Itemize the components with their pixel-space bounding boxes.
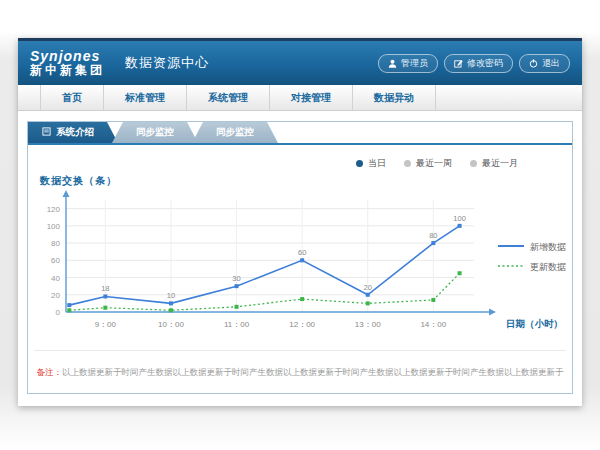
logout-label: 退出	[542, 57, 560, 70]
filter-label: 当日	[368, 157, 386, 170]
main-panel: 系统介绍 同步监控 同步监控 当日 最近一周	[27, 121, 573, 394]
svg-text:120: 120	[47, 205, 61, 214]
svg-text:80: 80	[51, 239, 60, 248]
change-password-label: 修改密码	[467, 57, 503, 70]
chart-y-axis-title: 数据交换（条）	[40, 174, 570, 188]
tab-sync-monitor-2[interactable]: 同步监控	[192, 122, 278, 143]
tab-bar: 系统介绍 同步监控 同步监控	[28, 122, 572, 145]
svg-text:14：00: 14：00	[420, 320, 446, 329]
tab-label: 同步监控	[216, 126, 254, 139]
power-icon	[529, 59, 538, 68]
tab-label: 同步监控	[136, 126, 174, 139]
time-range-filter: 当日 最近一周 最近一月	[30, 151, 570, 172]
current-user-button[interactable]: 管理员	[378, 54, 438, 73]
filter-today[interactable]: 当日	[356, 157, 386, 170]
document-icon	[42, 127, 51, 138]
svg-text:12：00: 12：00	[289, 320, 315, 329]
nav-item-data-change[interactable]: 数据异动	[353, 85, 436, 110]
main-nav: 首页 标准管理 系统管理 对接管理 数据异动	[18, 85, 582, 111]
app-window: Synjones 新中新集团 数据资源中心 管理员 修改密码 退出	[18, 38, 582, 406]
logo-text-en: Synjones	[30, 49, 105, 64]
svg-text:60: 60	[298, 248, 306, 257]
nav-item-system-mgmt[interactable]: 系统管理	[187, 85, 270, 110]
tab-sync-monitor-1[interactable]: 同步监控	[112, 122, 198, 143]
svg-text:100: 100	[47, 222, 61, 231]
nav-item-standard-mgmt[interactable]: 标准管理	[104, 85, 187, 110]
brand-logo[interactable]: Synjones 新中新集团	[30, 49, 105, 76]
nav-item-interface-mgmt[interactable]: 对接管理	[270, 85, 353, 110]
radio-icon	[356, 160, 363, 167]
app-header: Synjones 新中新集团 数据资源中心 管理员 修改密码 退出	[18, 41, 582, 85]
edit-icon	[454, 59, 463, 68]
data-exchange-line-chart: 0204060801001209：0010：0011：0012：0013：001…	[30, 188, 570, 340]
tab-label: 系统介绍	[56, 126, 94, 139]
svg-text:30: 30	[232, 274, 240, 283]
footnote: 备注：以上数据更新于时间产生数据以上数据更新于时间产生数据以上数据更新于时间产生…	[30, 367, 570, 379]
svg-text:18: 18	[101, 284, 109, 293]
svg-text:13：00: 13：00	[355, 320, 381, 329]
header-actions: 管理员 修改密码 退出	[378, 54, 570, 73]
nav-item-home[interactable]: 首页	[40, 85, 104, 110]
filter-label: 最近一月	[482, 157, 518, 170]
tab-system-intro[interactable]: 系统介绍	[28, 122, 118, 143]
radio-icon	[470, 160, 477, 167]
svg-text:9：00: 9：00	[95, 320, 117, 329]
user-icon	[388, 59, 397, 68]
panel-body: 当日 最近一周 最近一月 数据交换（条） 0204060801001209：00…	[28, 145, 572, 393]
current-user-label: 管理员	[401, 57, 428, 70]
page-title: 数据资源中心	[125, 54, 209, 72]
content-area: 系统介绍 同步监控 同步监控 当日 最近一周	[18, 111, 582, 406]
radio-icon	[404, 160, 411, 167]
svg-text:新增数据: 新增数据	[530, 242, 566, 252]
filter-label: 最近一周	[416, 157, 452, 170]
svg-text:60: 60	[51, 256, 60, 265]
filter-last-month[interactable]: 最近一月	[470, 157, 518, 170]
svg-text:10: 10	[167, 291, 175, 300]
svg-text:11：00: 11：00	[224, 320, 250, 329]
change-password-button[interactable]: 修改密码	[444, 54, 513, 73]
logout-button[interactable]: 退出	[519, 54, 570, 73]
svg-text:日期（小时）: 日期（小时）	[506, 318, 563, 330]
svg-text:20: 20	[364, 283, 372, 292]
footnote-text: 以上数据更新于时间产生数据以上数据更新于时间产生数据以上数据更新于时间产生数据以…	[62, 367, 564, 377]
svg-text:更新数据: 更新数据	[530, 262, 566, 272]
filter-last-week[interactable]: 最近一周	[404, 157, 452, 170]
divider	[34, 350, 566, 351]
svg-text:100: 100	[453, 214, 466, 223]
logo-text-cn: 新中新集团	[30, 64, 105, 77]
svg-text:0: 0	[56, 308, 61, 317]
svg-text:80: 80	[429, 231, 437, 240]
svg-text:40: 40	[51, 274, 60, 283]
svg-text:10：00: 10：00	[158, 320, 184, 329]
footnote-prefix: 备注：	[37, 367, 63, 377]
svg-text:20: 20	[51, 291, 60, 300]
